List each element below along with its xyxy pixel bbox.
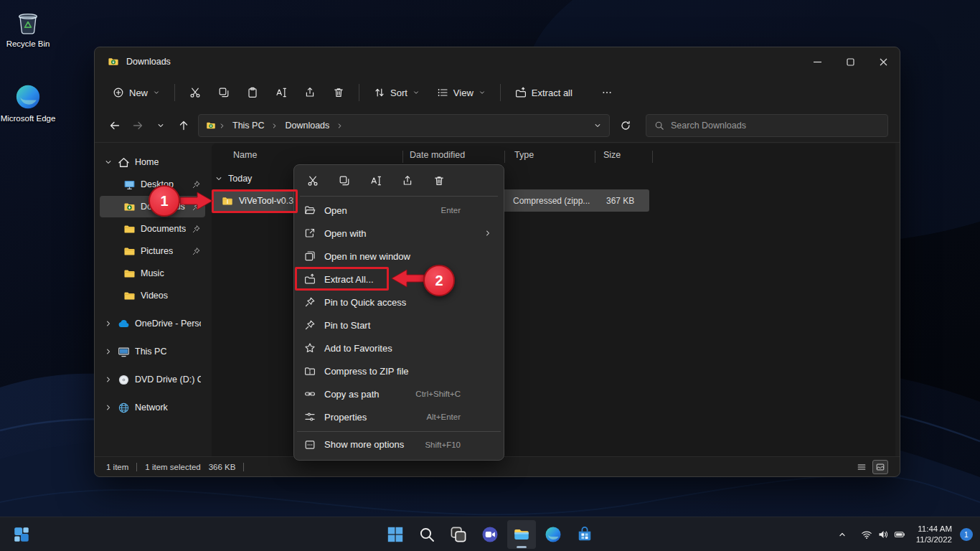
back-button[interactable] xyxy=(103,114,126,137)
pinned-icon xyxy=(192,225,201,234)
system-tray[interactable] xyxy=(858,524,908,545)
taskbar-search-button[interactable] xyxy=(413,520,441,549)
copy-button[interactable] xyxy=(210,80,237,105)
search-input[interactable] xyxy=(671,121,880,131)
location-icon xyxy=(206,121,216,131)
up-button[interactable] xyxy=(172,114,195,137)
details-view-button[interactable] xyxy=(854,460,870,474)
recycle-bin-icon xyxy=(14,9,42,36)
desktop-icon-recycle-bin[interactable]: Recycle Bin xyxy=(0,9,56,49)
menu-item-label: Open in new window xyxy=(324,251,410,262)
tray-overflow-button[interactable] xyxy=(833,523,852,546)
column-header-type[interactable]: Type xyxy=(514,150,534,160)
edge-icon xyxy=(14,83,42,110)
chevron-right-icon[interactable] xyxy=(270,122,278,130)
notification-badge[interactable]: 1 xyxy=(960,528,973,541)
divider xyxy=(359,84,359,101)
context-menu: Open Enter Open with Open in new wind xyxy=(293,164,504,461)
selection-size: 366 KB xyxy=(209,463,236,471)
large-thumbnails-view-button[interactable] xyxy=(872,460,888,474)
edge-button[interactable] xyxy=(539,520,567,549)
chevron-right-icon[interactable] xyxy=(336,122,344,130)
file-size: 367 KB xyxy=(606,189,634,212)
start-button[interactable] xyxy=(381,520,410,549)
share-button[interactable] xyxy=(296,80,324,105)
windows-logo-icon xyxy=(387,526,404,543)
sort-button[interactable]: Sort xyxy=(366,80,428,105)
submenu-chevron-icon xyxy=(484,229,492,237)
sidebar-item-icon xyxy=(118,318,130,330)
menu-item-shortcut: Enter xyxy=(441,206,461,215)
menu-item-icon xyxy=(304,411,316,423)
address-dropdown-icon[interactable] xyxy=(593,121,602,130)
chevron-down-icon xyxy=(156,121,165,130)
context-menu-items: Open Enter Open with Open in new wind xyxy=(297,199,501,457)
extract-all-button[interactable]: Extract all xyxy=(507,80,580,105)
menu-item-label: Add to Favorites xyxy=(324,343,392,354)
wifi-icon xyxy=(861,529,872,540)
rename-button[interactable] xyxy=(268,80,295,105)
delete-button[interactable] xyxy=(325,80,352,105)
menu-item-label: Properties xyxy=(324,412,367,423)
column-divider[interactable] xyxy=(652,151,653,163)
chevron-down-icon xyxy=(413,89,420,96)
list-view-icon xyxy=(857,462,867,472)
desktop-icon-microsoft-edge[interactable]: Microsoft Edge xyxy=(0,83,56,123)
desktop-icon-label: Microsoft Edge xyxy=(1,114,56,123)
cut-button[interactable] xyxy=(182,80,209,105)
menu-item-icon xyxy=(304,388,316,400)
divider xyxy=(174,84,175,101)
task-view-button[interactable] xyxy=(444,520,473,549)
sidebar-item-label: DVD Drive (D:) CCCC xyxy=(135,375,201,385)
store-icon xyxy=(576,526,593,543)
minimize-button[interactable] xyxy=(801,47,834,76)
column-divider[interactable] xyxy=(595,151,595,163)
sidebar-item-icon xyxy=(118,156,130,169)
task-view-icon xyxy=(450,526,467,543)
command-bar: New Sort View Ext xyxy=(95,76,900,109)
new-button[interactable]: New xyxy=(105,80,168,105)
view-button[interactable]: View xyxy=(429,80,494,105)
menu-item-icon xyxy=(304,296,316,308)
more-options-button[interactable] xyxy=(593,80,621,105)
column-header-name[interactable]: Name xyxy=(233,150,257,160)
column-headers: Name Date modified Type Size xyxy=(212,146,895,166)
forward-button[interactable] xyxy=(126,114,149,137)
copy-icon xyxy=(218,87,230,98)
column-header-size[interactable]: Size xyxy=(603,150,621,160)
recent-locations-button[interactable] xyxy=(149,114,172,137)
breadcrumb-item-this-pc[interactable]: This PC xyxy=(228,118,268,133)
sidebar-item-label: Documents xyxy=(141,224,186,234)
breadcrumb-item-downloads[interactable]: Downloads xyxy=(281,118,334,133)
sort-icon xyxy=(374,87,385,98)
store-button[interactable] xyxy=(570,520,599,549)
taskbar-clock[interactable]: 11:44 AM 11/3/2022 xyxy=(915,521,953,547)
sidebar-item-icon xyxy=(118,374,130,386)
volume-icon xyxy=(877,529,889,540)
menu-item-label: Copy as path xyxy=(324,389,380,400)
expand-chevron-icon[interactable] xyxy=(104,403,113,412)
expand-chevron-icon[interactable] xyxy=(104,158,113,166)
group-header-today[interactable]: Today xyxy=(215,174,252,184)
paste-button[interactable] xyxy=(239,80,266,105)
chevron-right-icon[interactable] xyxy=(218,122,226,130)
chat-button[interactable] xyxy=(476,520,504,549)
expand-chevron-icon[interactable] xyxy=(104,347,113,356)
close-button[interactable] xyxy=(867,47,900,76)
column-divider[interactable] xyxy=(504,151,505,163)
column-divider[interactable] xyxy=(402,151,403,163)
expand-chevron-icon[interactable] xyxy=(104,319,113,328)
maximize-button[interactable] xyxy=(834,47,867,76)
breadcrumb[interactable]: This PC Downloads xyxy=(198,114,610,137)
share-icon xyxy=(304,87,316,98)
step-2-arrow xyxy=(391,268,424,288)
widgets-button[interactable] xyxy=(7,520,36,549)
file-explorer-button[interactable] xyxy=(507,520,536,549)
column-header-date-modified[interactable]: Date modified xyxy=(410,150,465,160)
menu-item-label: Compress to ZIP file xyxy=(324,366,409,377)
chevron-down-icon xyxy=(153,89,160,96)
expand-chevron-icon[interactable] xyxy=(104,375,113,384)
refresh-button[interactable] xyxy=(614,114,637,137)
step-1-badge: 1 xyxy=(149,185,180,217)
titlebar[interactable]: Downloads xyxy=(95,47,900,76)
